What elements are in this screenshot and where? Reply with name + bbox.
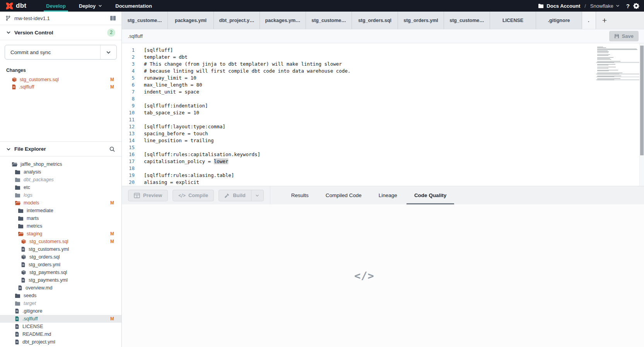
code-line-19[interactable]: 19[sqlfluff:rules:aliasing.table] <box>122 172 596 179</box>
main-area: mw-test-idev1.1 Version Control 2 Commit… <box>0 12 644 347</box>
tree-item-marts[interactable]: marts <box>0 214 121 222</box>
tree-item-metrics[interactable]: metrics <box>0 222 121 230</box>
bottom-tab-compiled-code[interactable]: Compiled Code <box>326 186 362 204</box>
nav-item-develop[interactable]: Develop <box>39 0 72 12</box>
compile-button[interactable]: </>Compile <box>173 190 214 201</box>
changes-label: Changes <box>0 64 121 76</box>
code-line-5[interactable]: 5runaway_limit = 10 <box>122 75 596 82</box>
tree-item-stg-customers-yml[interactable]: stg_customers.yml <box>0 245 121 253</box>
preview-button[interactable]: Preview <box>128 190 168 201</box>
code-scroller[interactable]: 1[sqlfluff]2templater = dbt3# This chang… <box>122 43 596 186</box>
code-line-18[interactable]: 18 <box>122 165 596 172</box>
code-line-4[interactable]: 4# because linting will first compile db… <box>122 68 596 75</box>
save-icon <box>614 34 619 39</box>
editor-tab-stg-custome[interactable]: stg_custome… <box>306 12 352 29</box>
tree-item-jaffle-shop-metrics[interactable]: jaffle_shop_metrics <box>0 160 121 168</box>
tab-label: stg_orders.yml <box>403 18 438 23</box>
line-number: 8 <box>122 95 135 102</box>
code-line-1[interactable]: 1[sqlfluff] <box>122 47 596 54</box>
code-line-7[interactable]: 7indent_unit = space <box>122 88 596 95</box>
code-line-6[interactable]: 6max_line_length = 80 <box>122 82 596 88</box>
code-icon: </> <box>178 193 185 198</box>
tree-item-readme-md[interactable]: README.md <box>0 330 121 338</box>
editor-tab-gitignore[interactable]: .gitignore <box>536 12 582 29</box>
editor-tab-stg-custome[interactable]: stg_custome… <box>122 12 168 29</box>
commit-and-sync-button[interactable]: Commit and sync <box>5 45 117 60</box>
code-line-8[interactable]: 8 <box>122 95 596 102</box>
tree-item-logs[interactable]: logs <box>0 191 121 199</box>
connection-menu[interactable]: Snowflake <box>590 3 620 9</box>
code-line-13[interactable]: 13spacing_before = touch <box>122 130 596 137</box>
tab-label: LICENSE <box>502 18 523 23</box>
tree-item-intermediate[interactable]: intermediate <box>0 207 121 214</box>
code-editor[interactable]: 1[sqlfluff]2templater = dbt3# This chang… <box>122 43 644 186</box>
code-line-16[interactable]: 16[sqlfluff:rules:capitalisation.keyword… <box>122 151 596 158</box>
code-line-11[interactable]: 11 <box>122 116 596 123</box>
tree-item-analysis[interactable]: analysis <box>0 168 121 176</box>
change-item-label: stg_customers.sql <box>20 77 59 82</box>
code-line-15[interactable]: 15 <box>122 144 596 151</box>
tree-item-sqlfluff[interactable]: .sqlfluffM <box>0 315 121 323</box>
tree-item-label: marts <box>27 216 39 221</box>
change-item-stg-customers-sql[interactable]: stg_customers.sqlM <box>0 76 121 83</box>
change-item-sqlfluff[interactable]: .sqlfluffM <box>0 83 121 90</box>
tree-item-etc[interactable]: etc <box>0 184 121 191</box>
tree-item-models[interactable]: modelsM <box>0 199 121 207</box>
scrollbar-thumb[interactable] <box>640 46 644 155</box>
tree-item-target[interactable]: target <box>0 299 121 307</box>
search-icon[interactable] <box>109 146 115 152</box>
tree-item-seeds[interactable]: seeds <box>0 292 121 299</box>
code-text: [sqlfluff:rules:capitalisation.keywords] <box>135 151 260 158</box>
editor-tab-stg-orders-yml[interactable]: stg_orders.yml <box>398 12 444 29</box>
bottom-tab-results[interactable]: Results <box>291 186 309 204</box>
tree-item-staging[interactable]: stagingM <box>0 230 121 238</box>
version-control-header[interactable]: Version Control 2 <box>0 25 121 40</box>
file-explorer-header[interactable]: File Explorer <box>0 141 121 156</box>
editor-tab-active-partial[interactable]: . <box>582 12 596 29</box>
nav-item-documentation[interactable]: Documentation <box>109 0 159 12</box>
editor-scrollbar[interactable] <box>639 43 644 186</box>
code-line-9[interactable]: 9[sqlfluff:indentation] <box>122 102 596 109</box>
bottom-tab-lineage[interactable]: Lineage <box>379 186 397 204</box>
tree-item-gitignore[interactable]: .gitignore <box>0 307 121 315</box>
help-button[interactable]: ? <box>626 3 630 9</box>
nav-item-deploy[interactable]: Deploy <box>72 0 109 12</box>
code-line-10[interactable]: 10tab_space_size = 10 <box>122 109 596 116</box>
code-line-14[interactable]: 14line_position = trailing <box>122 137 596 144</box>
minimap[interactable] <box>596 43 639 186</box>
toggle-panels-icon[interactable] <box>110 15 116 21</box>
editor-tab-license[interactable]: LICENSE <box>490 12 536 29</box>
tree-item-stg-payments-sql[interactable]: stg_payments.sql <box>0 269 121 276</box>
editor-tab-packages-yml[interactable]: packages.yml <box>168 12 214 29</box>
branch-selector[interactable]: mw-test-idev1.1 <box>0 12 121 25</box>
code-line-20[interactable]: 20aliasing = explicit <box>122 179 596 186</box>
tree-item-dbt-project-yml[interactable]: dbt_project.yml <box>0 338 121 346</box>
build-options-chevron[interactable] <box>251 190 263 201</box>
code-line-3[interactable]: 3# This change (from jinja to dbt templa… <box>122 61 596 68</box>
settings-gear-icon[interactable] <box>633 3 639 9</box>
build-button[interactable]: Build <box>219 190 251 201</box>
code-text: [sqlfluff:layout:type:comma] <box>135 123 225 130</box>
account-menu[interactable]: Docs Account <box>538 3 580 9</box>
bottom-tabs: ResultsCompiled CodeLineageCode Quality <box>291 186 446 204</box>
editor-tab-stg-custome[interactable]: stg_custome… <box>444 12 490 29</box>
save-button[interactable]: Save <box>609 31 639 41</box>
tree-item-stg-orders-yml[interactable]: stg_orders.yml <box>0 261 121 269</box>
new-tab-button[interactable]: + <box>596 12 613 29</box>
editor-tab-stg-orders-sql[interactable]: stg_orders.sql <box>352 12 398 29</box>
editor-tab-dbt-project-y[interactable]: dbt_project.y… <box>214 12 260 29</box>
tree-item-stg-customers-sql[interactable]: stg_customers.sqlM <box>0 238 121 245</box>
editor-tab-packages-ym[interactable]: packages.ym… <box>260 12 306 29</box>
tree-item-stg-orders-sql[interactable]: stg_orders.sql <box>0 253 121 261</box>
tree-item-overview-md[interactable]: overview.md <box>0 284 121 292</box>
tree-item-dbt-packages[interactable]: dbt_packages <box>0 176 121 184</box>
tree-item-stg-payments-yml[interactable]: stg_payments.yml <box>0 276 121 284</box>
code-line-17[interactable]: 17capitalisation_policy = lower <box>122 158 596 165</box>
toolbar-buttons: Preview</>CompileBuild <box>128 190 268 201</box>
code-line-2[interactable]: 2templater = dbt <box>122 54 596 61</box>
code-line-12[interactable]: 12[sqlfluff:layout:type:comma] <box>122 123 596 130</box>
bottom-tab-code-quality[interactable]: Code Quality <box>414 186 446 204</box>
dbt-logo[interactable]: dbt <box>5 2 26 10</box>
tree-item-license[interactable]: LICENSE <box>0 323 121 330</box>
commit-options-chevron[interactable] <box>100 45 116 59</box>
